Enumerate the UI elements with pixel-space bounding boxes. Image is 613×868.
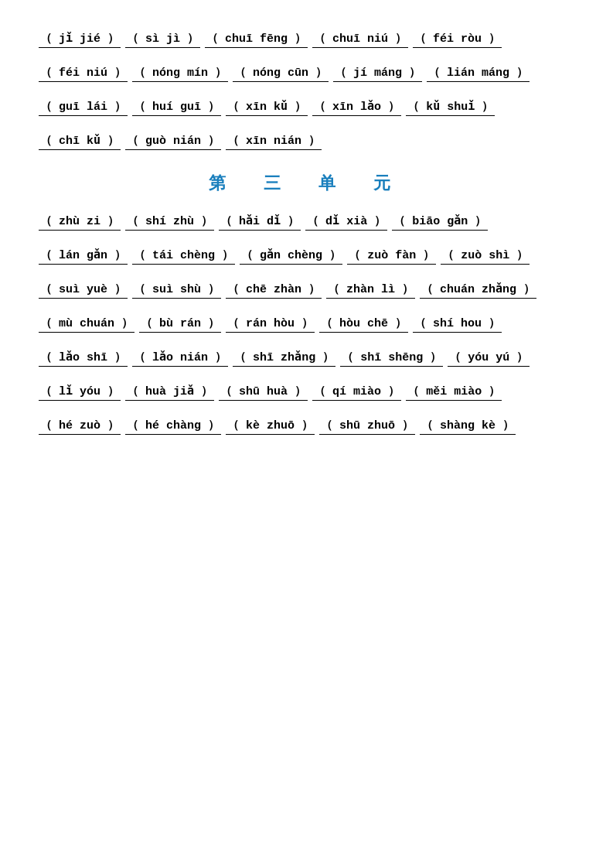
item: （ hòu chē ） (319, 316, 408, 333)
item: （ nóng cūn ） (233, 65, 329, 82)
item: （ shí hou ） (413, 316, 502, 333)
item: （ suì yuè ） (39, 282, 128, 299)
item: （ zuò fàn ） (347, 248, 436, 265)
chapter-title-text: 第 三 单 元 (209, 175, 405, 194)
item: （ qí miào ） (312, 384, 401, 401)
section-1: （ jǐ jié ） （ sì jì ） （ chuī fēng ） （ chu… (39, 31, 574, 150)
line-10: （ lǐ yóu ） （ huà jiǎ ） （ shū huà ） （ qí … (39, 384, 574, 401)
item: （ suì shù ） (132, 282, 221, 299)
item: （ měi miào ） (406, 384, 502, 401)
item: （ lǎo shī ） (39, 350, 128, 367)
item: （ zhù zi ） (39, 214, 121, 231)
item: （ xīn lǎo ） (312, 99, 401, 116)
item: （ yóu yú ） (448, 350, 530, 367)
item: （ chē zhàn ） (226, 282, 322, 299)
item: （ sì jì ） (125, 31, 200, 48)
item: （ xīn nián ） (226, 133, 322, 150)
item: （ dǐ xià ） (305, 214, 387, 231)
item: （ shū huà ） (219, 384, 308, 401)
item: （ mù chuán ） (39, 316, 135, 333)
item: （ féi ròu ） (413, 31, 502, 48)
line-1: （ jǐ jié ） （ sì jì ） （ chuī fēng ） （ chu… (39, 31, 574, 48)
line-3: （ guī lái ） （ huí guī ） （ xīn kǔ ） （ xīn… (39, 99, 574, 116)
item: （ chuán zhǎng ） (420, 282, 536, 299)
item: （ nóng mín ） (132, 65, 228, 82)
item: （ chī kǔ ） (39, 133, 121, 150)
item: （ lǐ yóu ） (39, 384, 121, 401)
item: （ hé zuò ） (39, 418, 121, 435)
item: （ zhàn lì ） (326, 282, 415, 299)
section-2: （ zhù zi ） （ shí zhù ） （ hǎi dǐ ） （ dǐ x… (39, 214, 574, 435)
item: （ hǎi dǐ ） (219, 214, 301, 231)
line-8: （ mù chuán ） （ bù rán ） （ rán hòu ） （ hò… (39, 316, 574, 333)
item: （ rán hòu ） (226, 316, 315, 333)
item: （ kè zhuō ） (226, 418, 315, 435)
item: （ chuī fēng ） (205, 31, 308, 48)
item: （ jǐ jié ） (39, 31, 121, 48)
line-4: （ chī kǔ ） （ guò nián ） （ xīn nián ） (39, 133, 574, 150)
line-7: （ suì yuè ） （ suì shù ） （ chē zhàn ） （ z… (39, 282, 574, 299)
item: （ shī shēng ） (340, 350, 443, 367)
item: （ biāo gǎn ） (392, 214, 488, 231)
line-11: （ hé zuò ） （ hé chàng ） （ kè zhuō ） （ sh… (39, 418, 574, 435)
item: （ shí zhù ） (125, 214, 214, 231)
item: （ huí guī ） (132, 99, 221, 116)
line-6: （ lán gǎn ） （ tái chèng ） （ gǎn chèng ） … (39, 248, 574, 265)
item: （ féi niú ） (39, 65, 128, 82)
page-content: （ jǐ jié ） （ sì jì ） （ chuī fēng ） （ chu… (39, 31, 574, 435)
item: （ huà jiǎ ） (125, 384, 214, 401)
item: （ shàng kè ） (420, 418, 516, 435)
item: （ lián máng ） (427, 65, 530, 82)
line-5: （ zhù zi ） （ shí zhù ） （ hǎi dǐ ） （ dǐ x… (39, 214, 574, 231)
item: （ shū zhuō ） (319, 418, 415, 435)
item: （ bù rán ） (139, 316, 221, 333)
item: （ gǎn chèng ） (240, 248, 342, 265)
item: （ chuī niú ） (312, 31, 408, 48)
line-2: （ féi niú ） （ nóng mín ） （ nóng cūn ） （ … (39, 65, 574, 82)
item: （ hé chàng ） (125, 418, 221, 435)
item: （ tái chèng ） (132, 248, 235, 265)
item: （ guī lái ） (39, 99, 128, 116)
item: （ lán gǎn ） (39, 248, 128, 265)
line-9: （ lǎo shī ） （ lǎo nián ） （ shī zhǎng ） （… (39, 350, 574, 367)
chapter-title: 第 三 单 元 (39, 172, 574, 195)
item: （ shī zhǎng ） (233, 350, 335, 367)
item: （ zuò shì ） (441, 248, 530, 265)
item: （ jí máng ） (333, 65, 422, 82)
item: （ kǔ shuǐ ） (406, 99, 495, 116)
item: （ xīn kǔ ） (226, 99, 308, 116)
item: （ guò nián ） (125, 133, 221, 150)
item: （ lǎo nián ） (132, 350, 228, 367)
